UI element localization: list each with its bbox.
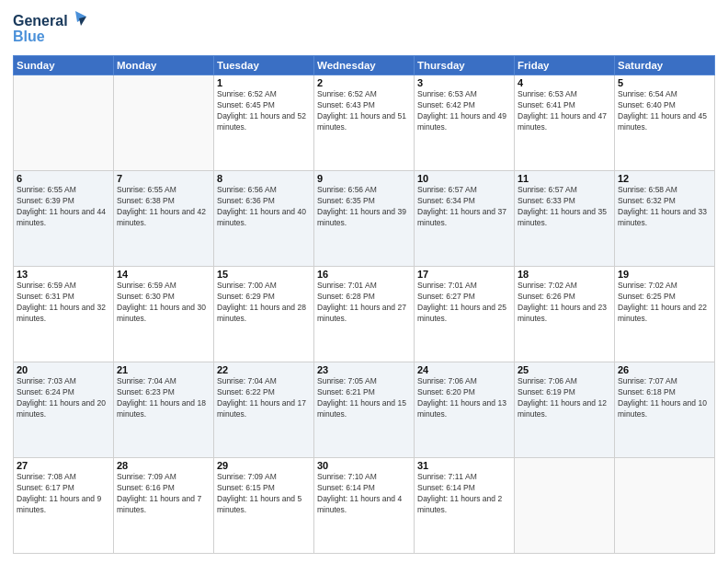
day-number: 31: [417, 460, 511, 471]
calendar-table: SundayMondayTuesdayWednesdayThursdayFrid…: [13, 55, 715, 554]
day-number: 24: [417, 364, 511, 375]
calendar-cell: 11Sunrise: 6:57 AMSunset: 6:33 PMDayligh…: [515, 171, 615, 267]
day-number: 4: [518, 77, 611, 88]
day-info: Sunrise: 7:02 AMSunset: 6:25 PMDaylight:…: [618, 281, 711, 325]
day-number: 20: [17, 364, 110, 375]
calendar-cell: 25Sunrise: 7:06 AMSunset: 6:19 PMDayligh…: [515, 362, 615, 458]
calendar-week-2: 6Sunrise: 6:55 AMSunset: 6:39 PMDaylight…: [14, 171, 715, 267]
day-number: 29: [217, 460, 311, 471]
calendar-week-4: 20Sunrise: 7:03 AMSunset: 6:24 PMDayligh…: [14, 362, 715, 458]
day-info: Sunrise: 7:03 AMSunset: 6:24 PMDaylight:…: [17, 376, 110, 420]
weekday-header-tuesday: Tuesday: [214, 56, 314, 75]
calendar-cell: 30Sunrise: 7:10 AMSunset: 6:14 PMDayligh…: [314, 458, 415, 554]
day-info: Sunrise: 7:09 AMSunset: 6:15 PMDaylight:…: [217, 472, 311, 516]
calendar-cell: 17Sunrise: 7:01 AMSunset: 6:27 PMDayligh…: [415, 267, 515, 362]
day-info: Sunrise: 7:02 AMSunset: 6:26 PMDaylight:…: [518, 281, 611, 325]
calendar-cell: [114, 75, 214, 171]
day-number: 19: [618, 269, 711, 280]
calendar-cell: 15Sunrise: 7:00 AMSunset: 6:29 PMDayligh…: [214, 267, 314, 362]
calendar-cell: 24Sunrise: 7:06 AMSunset: 6:20 PMDayligh…: [415, 362, 515, 458]
day-number: 15: [217, 269, 311, 280]
day-info: Sunrise: 6:54 AMSunset: 6:40 PMDaylight:…: [618, 89, 711, 133]
day-info: Sunrise: 6:57 AMSunset: 6:33 PMDaylight:…: [518, 185, 611, 229]
calendar-cell: 20Sunrise: 7:03 AMSunset: 6:24 PMDayligh…: [14, 362, 114, 458]
day-number: 13: [17, 269, 110, 280]
calendar-cell: 26Sunrise: 7:07 AMSunset: 6:18 PMDayligh…: [615, 362, 715, 458]
day-info: Sunrise: 7:01 AMSunset: 6:27 PMDaylight:…: [417, 281, 511, 325]
day-info: Sunrise: 6:59 AMSunset: 6:31 PMDaylight:…: [17, 281, 110, 325]
day-info: Sunrise: 6:59 AMSunset: 6:30 PMDaylight:…: [117, 281, 210, 325]
day-info: Sunrise: 6:56 AMSunset: 6:35 PMDaylight:…: [317, 185, 411, 229]
calendar-cell: 13Sunrise: 6:59 AMSunset: 6:31 PMDayligh…: [14, 267, 114, 362]
day-number: 2: [317, 77, 411, 88]
day-number: 8: [217, 173, 311, 184]
day-number: 21: [117, 364, 210, 375]
day-info: Sunrise: 6:52 AMSunset: 6:43 PMDaylight:…: [317, 89, 411, 133]
day-number: 18: [518, 269, 611, 280]
svg-text:Blue: Blue: [13, 29, 45, 44]
calendar-cell: 12Sunrise: 6:58 AMSunset: 6:32 PMDayligh…: [615, 171, 715, 267]
weekday-header-monday: Monday: [114, 56, 214, 75]
calendar-cell: 31Sunrise: 7:11 AMSunset: 6:14 PMDayligh…: [415, 458, 515, 554]
day-number: 30: [317, 460, 411, 471]
day-number: 1: [217, 77, 311, 88]
day-info: Sunrise: 7:08 AMSunset: 6:17 PMDaylight:…: [17, 472, 110, 516]
day-number: 26: [618, 364, 711, 375]
calendar-week-1: 1Sunrise: 6:52 AMSunset: 6:45 PMDaylight…: [14, 75, 715, 171]
calendar-cell: [14, 75, 114, 171]
day-number: 3: [417, 77, 511, 88]
calendar-cell: 4Sunrise: 6:53 AMSunset: 6:41 PMDaylight…: [515, 75, 615, 171]
day-info: Sunrise: 7:04 AMSunset: 6:22 PMDaylight:…: [217, 376, 311, 420]
day-number: 17: [417, 269, 511, 280]
day-info: Sunrise: 6:58 AMSunset: 6:32 PMDaylight:…: [618, 185, 711, 229]
day-info: Sunrise: 7:00 AMSunset: 6:29 PMDaylight:…: [217, 281, 311, 325]
calendar-cell: 8Sunrise: 6:56 AMSunset: 6:36 PMDaylight…: [214, 171, 314, 267]
logo: GeneralBlue: [13, 9, 86, 50]
day-number: 23: [317, 364, 411, 375]
day-number: 16: [317, 269, 411, 280]
calendar-cell: 16Sunrise: 7:01 AMSunset: 6:28 PMDayligh…: [314, 267, 415, 362]
calendar-cell: 19Sunrise: 7:02 AMSunset: 6:25 PMDayligh…: [615, 267, 715, 362]
day-number: 5: [618, 77, 711, 88]
logo-svg: GeneralBlue: [13, 9, 86, 50]
weekday-header-friday: Friday: [515, 56, 615, 75]
day-info: Sunrise: 6:55 AMSunset: 6:38 PMDaylight:…: [117, 185, 210, 229]
day-info: Sunrise: 6:55 AMSunset: 6:39 PMDaylight:…: [17, 185, 110, 229]
day-info: Sunrise: 7:07 AMSunset: 6:18 PMDaylight:…: [618, 376, 711, 420]
day-info: Sunrise: 7:06 AMSunset: 6:20 PMDaylight:…: [417, 376, 511, 420]
calendar-cell: 29Sunrise: 7:09 AMSunset: 6:15 PMDayligh…: [214, 458, 314, 554]
day-number: 27: [17, 460, 110, 471]
day-number: 9: [317, 173, 411, 184]
day-info: Sunrise: 7:06 AMSunset: 6:19 PMDaylight:…: [518, 376, 611, 420]
day-info: Sunrise: 7:11 AMSunset: 6:14 PMDaylight:…: [417, 472, 511, 516]
calendar-week-5: 27Sunrise: 7:08 AMSunset: 6:17 PMDayligh…: [14, 458, 715, 554]
day-info: Sunrise: 6:53 AMSunset: 6:42 PMDaylight:…: [417, 89, 511, 133]
calendar-cell: 21Sunrise: 7:04 AMSunset: 6:23 PMDayligh…: [114, 362, 214, 458]
day-info: Sunrise: 7:01 AMSunset: 6:28 PMDaylight:…: [317, 281, 411, 325]
day-number: 28: [117, 460, 210, 471]
calendar-week-3: 13Sunrise: 6:59 AMSunset: 6:31 PMDayligh…: [14, 267, 715, 362]
calendar-cell: 9Sunrise: 6:56 AMSunset: 6:35 PMDaylight…: [314, 171, 415, 267]
weekday-header-thursday: Thursday: [415, 56, 515, 75]
header: GeneralBlue: [13, 9, 715, 50]
calendar-cell: [515, 458, 615, 554]
day-info: Sunrise: 7:04 AMSunset: 6:23 PMDaylight:…: [117, 376, 210, 420]
day-number: 14: [117, 269, 210, 280]
calendar-cell: 6Sunrise: 6:55 AMSunset: 6:39 PMDaylight…: [14, 171, 114, 267]
weekday-header-saturday: Saturday: [615, 56, 715, 75]
day-number: 25: [518, 364, 611, 375]
calendar-cell: 23Sunrise: 7:05 AMSunset: 6:21 PMDayligh…: [314, 362, 415, 458]
day-info: Sunrise: 7:05 AMSunset: 6:21 PMDaylight:…: [317, 376, 411, 420]
calendar-cell: 5Sunrise: 6:54 AMSunset: 6:40 PMDaylight…: [615, 75, 715, 171]
calendar-cell: 27Sunrise: 7:08 AMSunset: 6:17 PMDayligh…: [14, 458, 114, 554]
svg-text:General: General: [13, 13, 68, 29]
calendar-cell: [615, 458, 715, 554]
day-info: Sunrise: 6:57 AMSunset: 6:34 PMDaylight:…: [417, 185, 511, 229]
day-number: 10: [417, 173, 511, 184]
day-info: Sunrise: 6:52 AMSunset: 6:45 PMDaylight:…: [217, 89, 311, 133]
calendar-cell: 10Sunrise: 6:57 AMSunset: 6:34 PMDayligh…: [415, 171, 515, 267]
calendar-header-row: SundayMondayTuesdayWednesdayThursdayFrid…: [14, 56, 715, 75]
calendar-cell: 28Sunrise: 7:09 AMSunset: 6:16 PMDayligh…: [114, 458, 214, 554]
calendar-cell: 3Sunrise: 6:53 AMSunset: 6:42 PMDaylight…: [415, 75, 515, 171]
weekday-header-sunday: Sunday: [14, 56, 114, 75]
